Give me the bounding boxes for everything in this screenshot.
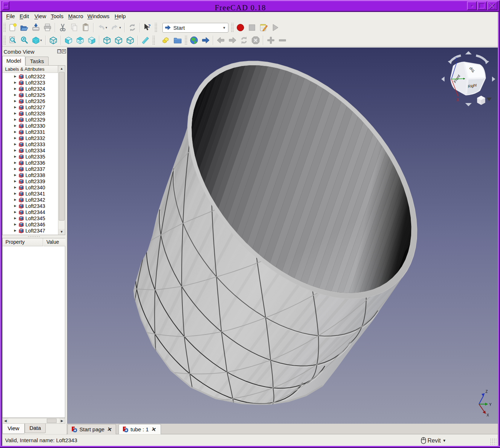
svg-text:X: X <box>487 413 489 417</box>
svg-text:X: X <box>456 98 459 102</box>
svg-text:Z: Z <box>485 390 488 394</box>
svg-text:?: ? <box>148 23 151 29</box>
svg-text:Z: Z <box>455 57 457 61</box>
svg-text:Y: Y <box>489 403 492 407</box>
